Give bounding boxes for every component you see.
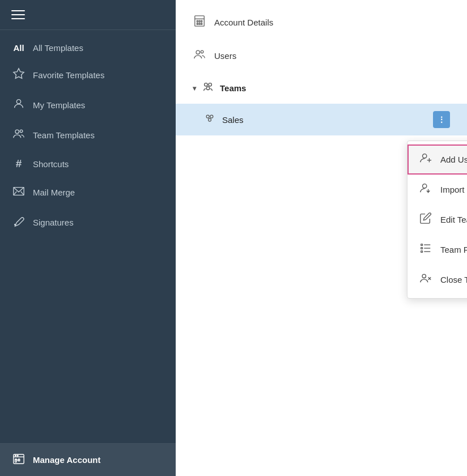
- svg-point-25: [201, 50, 203, 53]
- people-icon: [12, 128, 25, 143]
- svg-point-2: [15, 130, 19, 133]
- teams-label: Teams: [220, 83, 246, 93]
- sidebar-label-mail-merge: Mail Merge: [33, 188, 75, 197]
- svg-point-42: [422, 274, 426, 278]
- sidebar-label-signatures: Signatures: [33, 218, 74, 227]
- context-menu: Add Users Import Users Edi: [407, 141, 467, 299]
- users-label: Users: [214, 51, 236, 61]
- svg-point-26: [205, 83, 208, 87]
- sales-label: Sales: [222, 115, 433, 125]
- account-details-label: Account Details: [214, 18, 273, 27]
- account-item-account-details[interactable]: Account Details: [176, 6, 467, 39]
- svg-point-30: [210, 115, 213, 118]
- svg-point-24: [196, 50, 199, 54]
- teams-header[interactable]: ▾ Teams: [176, 73, 467, 104]
- envelope-icon: [12, 185, 25, 200]
- svg-point-27: [209, 83, 212, 87]
- sidebar-footer: Manage Account: [0, 443, 176, 476]
- sidebar-label-favorite-templates: Favorite Templates: [33, 70, 104, 80]
- svg-rect-36: [421, 244, 423, 246]
- add-user-icon: [419, 152, 432, 167]
- svg-rect-12: [15, 459, 17, 462]
- close-people-icon: [419, 272, 432, 287]
- teams-section: ▾ Teams: [176, 73, 467, 135]
- svg-rect-19: [199, 20, 200, 22]
- svg-rect-18: [197, 20, 198, 22]
- svg-point-29: [206, 115, 209, 118]
- sidebar-label-my-templates: My Templates: [33, 100, 85, 110]
- svg-rect-38: [421, 248, 423, 249]
- svg-rect-23: [201, 23, 202, 25]
- chevron-down-icon: ▾: [193, 84, 196, 92]
- edit-team-label: Edit Team: [440, 215, 467, 224]
- hash-icon: #: [12, 158, 25, 170]
- svg-line-5: [14, 192, 17, 195]
- star-icon: [12, 67, 25, 83]
- hamburger-menu[interactable]: [11, 10, 25, 19]
- context-menu-item-close-team[interactable]: Close Team: [407, 265, 467, 295]
- sidebar-header: [0, 0, 176, 30]
- sales-context-menu-button[interactable]: ⋮: [433, 111, 450, 128]
- person-icon: [12, 97, 25, 113]
- sidebar-label-team-templates: Team Templates: [33, 130, 95, 140]
- account-item-users[interactable]: Users: [176, 39, 467, 73]
- svg-point-28: [206, 87, 210, 90]
- svg-rect-21: [197, 23, 198, 25]
- sales-team-icon: [204, 113, 215, 127]
- svg-marker-0: [14, 69, 24, 78]
- sidebar-item-team-templates[interactable]: Team Templates: [0, 120, 176, 150]
- sidebar-label-all-templates: All Templates: [33, 43, 83, 53]
- sidebar-item-favorite-templates[interactable]: Favorite Templates: [0, 60, 176, 90]
- sidebar-item-all-templates[interactable]: All All Templates: [0, 36, 176, 60]
- pencil-icon: [419, 212, 432, 227]
- pen-icon: [12, 215, 25, 230]
- teams-group-icon: [202, 80, 214, 96]
- import-users-label: Import Users: [440, 185, 467, 194]
- all-prefix: All: [12, 43, 25, 53]
- svg-rect-20: [201, 20, 202, 22]
- svg-point-3: [20, 130, 23, 133]
- svg-rect-22: [199, 23, 200, 25]
- svg-point-1: [16, 100, 20, 104]
- account-list: Account Details Users ▾: [176, 0, 467, 141]
- svg-point-11: [17, 455, 18, 456]
- users-icon: [193, 48, 206, 63]
- sidebar-label-manage-account: Manage Account: [33, 455, 100, 465]
- sidebar-item-my-templates[interactable]: My Templates: [0, 90, 176, 120]
- sidebar-item-manage-account[interactable]: Manage Account: [0, 444, 176, 476]
- svg-point-10: [15, 455, 16, 456]
- sidebar-item-signatures[interactable]: Signatures: [0, 207, 176, 237]
- context-menu-item-edit-team[interactable]: Edit Team: [407, 205, 467, 235]
- close-team-label: Close Team: [440, 275, 467, 284]
- sales-row[interactable]: Sales ⋮: [176, 104, 467, 135]
- svg-point-32: [423, 154, 427, 158]
- sidebar-item-mail-merge[interactable]: Mail Merge: [0, 177, 176, 207]
- svg-point-35: [423, 184, 427, 188]
- svg-rect-40: [421, 251, 423, 253]
- sidebar: All All Templates Favorite Templates My …: [0, 0, 176, 476]
- sidebar-item-shortcuts[interactable]: # Shortcuts: [0, 150, 176, 177]
- list-icon: [419, 242, 432, 257]
- sidebar-label-shortcuts: Shortcuts: [33, 159, 69, 169]
- svg-line-6: [21, 192, 24, 195]
- building-icon: [193, 15, 206, 30]
- add-users-label: Add Users: [440, 155, 467, 164]
- import-user-icon: [419, 182, 432, 197]
- context-menu-item-team-properties[interactable]: Team Properties: [407, 235, 467, 265]
- team-properties-label: Team Properties: [440, 245, 467, 254]
- context-menu-item-add-users[interactable]: Add Users: [407, 144, 467, 175]
- sidebar-nav: All All Templates Favorite Templates My …: [0, 30, 176, 443]
- svg-point-31: [209, 118, 211, 121]
- main-panel: Account Details Users ▾: [176, 0, 467, 476]
- context-menu-item-import-users[interactable]: Import Users: [407, 175, 467, 205]
- svg-point-7: [15, 224, 16, 226]
- settings-icon: [12, 453, 25, 467]
